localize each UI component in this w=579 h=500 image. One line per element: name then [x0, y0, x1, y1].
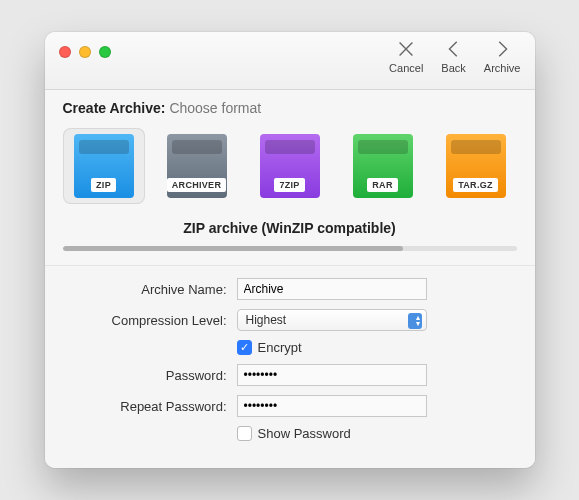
chevron-right-icon — [491, 38, 513, 60]
format-label: 7ZIP — [274, 178, 304, 192]
checkbox-icon: ✓ — [237, 340, 252, 355]
chevron-updown-icon: ▴▾ — [416, 315, 420, 327]
targz-icon: TAR.GZ — [446, 134, 506, 198]
cancel-label: Cancel — [389, 62, 423, 74]
format-7zip[interactable]: 7ZIP — [249, 128, 331, 204]
close-window-button[interactable] — [59, 46, 71, 58]
toolbar: Cancel Back Archive — [389, 38, 520, 74]
header-subtitle: Choose format — [169, 100, 261, 116]
cancel-button[interactable]: Cancel — [389, 38, 423, 74]
repeat-password-input[interactable] — [237, 395, 427, 417]
repeat-password-label: Repeat Password: — [67, 399, 237, 414]
encrypt-checkbox[interactable]: ✓ Encrypt — [237, 340, 513, 355]
back-label: Back — [441, 62, 465, 74]
header: Create Archive: Choose format — [45, 90, 535, 124]
archive-name-input[interactable] — [237, 278, 427, 300]
compression-level-value: Highest — [246, 313, 287, 327]
archive-button[interactable]: Archive — [484, 38, 521, 74]
encrypt-label: Encrypt — [258, 340, 302, 355]
format-list: ZIP ARCHIVER 7ZIP RAR TAR.GZ — [45, 124, 535, 214]
format-rar[interactable]: RAR — [342, 128, 424, 204]
archiver-icon: ARCHIVER — [167, 134, 227, 198]
format-label: ARCHIVER — [167, 178, 226, 192]
progress-fill — [63, 246, 404, 251]
zoom-window-button[interactable] — [99, 46, 111, 58]
window-controls — [59, 46, 111, 58]
format-label: RAR — [367, 178, 397, 192]
zip-icon: ZIP — [74, 134, 134, 198]
password-input[interactable] — [237, 364, 427, 386]
create-archive-window: Cancel Back Archive Create Archive: Choo… — [45, 32, 535, 468]
titlebar: Cancel Back Archive — [45, 32, 535, 90]
show-password-label: Show Password — [258, 426, 351, 441]
format-archiver[interactable]: ARCHIVER — [156, 128, 238, 204]
header-title: Create Archive: — [63, 100, 166, 116]
progress-bar — [63, 246, 517, 251]
close-icon — [395, 38, 417, 60]
password-label: Password: — [67, 368, 237, 383]
sevenzip-icon: 7ZIP — [260, 134, 320, 198]
checkbox-icon — [237, 426, 252, 441]
compression-level-label: Compression Level: — [67, 313, 237, 328]
back-button[interactable]: Back — [441, 38, 465, 74]
compression-level-select[interactable]: Highest ▴▾ — [237, 309, 427, 331]
format-targz[interactable]: TAR.GZ — [435, 128, 517, 204]
minimize-window-button[interactable] — [79, 46, 91, 58]
archive-name-label: Archive Name: — [67, 282, 237, 297]
format-label: TAR.GZ — [453, 178, 498, 192]
format-description: ZIP archive (WinZIP compatible) — [45, 214, 535, 246]
archive-label: Archive — [484, 62, 521, 74]
format-zip[interactable]: ZIP — [63, 128, 145, 204]
format-label: ZIP — [91, 178, 116, 192]
rar-icon: RAR — [353, 134, 413, 198]
show-password-checkbox[interactable]: Show Password — [237, 426, 513, 441]
archive-settings-form: Archive Name: Compression Level: Highest… — [45, 265, 535, 468]
chevron-left-icon — [443, 38, 465, 60]
